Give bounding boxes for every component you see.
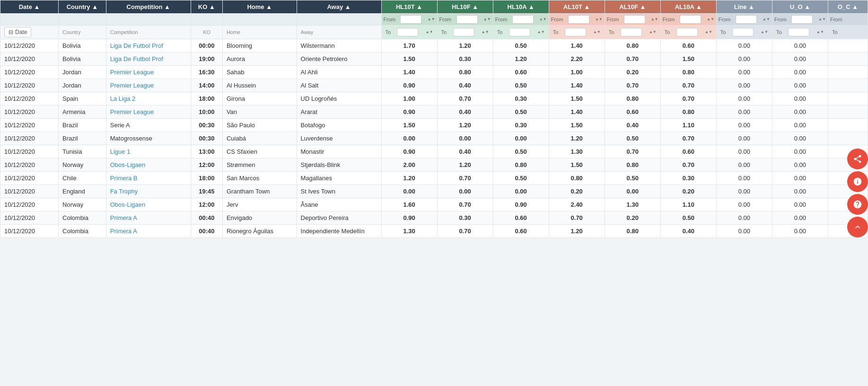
cell-al10f: 0.20 <box>605 211 660 225</box>
cell-hl10f: 0.70 <box>437 225 493 238</box>
hl10a-from-spinner[interactable]: ▲▼ <box>539 18 547 21</box>
col-header-away[interactable]: Away ▲ <box>297 0 381 14</box>
cell-oc <box>828 53 868 66</box>
col-header-hl10a[interactable]: HL10A ▲ <box>493 0 549 14</box>
date-filter-button[interactable]: ⊟ Date <box>4 27 31 37</box>
hl10a-to-input[interactable] <box>509 28 530 36</box>
uo-to-input[interactable] <box>788 28 809 36</box>
competition-link[interactable]: Premier League <box>110 69 154 76</box>
cell-oc <box>828 79 868 92</box>
line-to-spinner[interactable]: ▲▼ <box>761 30 768 34</box>
col-header-competition[interactable]: Competition ▲ <box>106 0 191 14</box>
hl10f-to-spinner[interactable]: ▲▼ <box>482 30 489 34</box>
hl10f-from-input[interactable] <box>456 15 478 24</box>
cell-al10t: 1.30 <box>549 145 605 158</box>
cell-competition[interactable]: La Liga 2 <box>106 92 191 105</box>
al10f-from-spinner[interactable]: ▲▼ <box>651 18 658 21</box>
al10a-from-input[interactable] <box>680 15 701 24</box>
competition-link[interactable]: Primera A <box>110 228 137 235</box>
cell-competition[interactable]: Fa Trophy <box>106 185 191 198</box>
cell-away: Al Ahli <box>297 66 381 79</box>
cell-competition[interactable]: Obos-Ligaen <box>106 198 191 211</box>
col-header-uo[interactable]: U_O ▲ <box>772 0 828 14</box>
hl10t-to-input[interactable] <box>397 28 418 36</box>
hl10a-from-input[interactable] <box>512 15 534 24</box>
cell-competition[interactable]: Obos-Ligaen <box>106 158 191 172</box>
hl10f-from-spinner[interactable]: ▲▼ <box>483 18 491 21</box>
competition-link[interactable]: Primera A <box>110 214 137 221</box>
line-to-input[interactable] <box>732 28 754 36</box>
cell-away: Monastir <box>297 145 381 158</box>
competition-link[interactable]: Fa Trophy <box>110 188 138 195</box>
al10t-from-spinner[interactable]: ▲▼ <box>595 18 603 21</box>
hl10a-to-spinner[interactable]: ▲▼ <box>537 30 545 34</box>
competition-link[interactable]: Liga De Futbol Prof <box>110 55 163 62</box>
cell-competition[interactable]: Premier League <box>106 79 191 92</box>
col-header-country[interactable]: Country ▲ <box>59 0 106 14</box>
table-row: 10/12/2020 Spain La Liga 2 18:00 Girona … <box>0 92 868 105</box>
uo-to-spinner[interactable]: ▲▼ <box>816 30 824 34</box>
uo-from-spinner[interactable]: ▲▼ <box>818 18 826 21</box>
uo-from-input[interactable] <box>791 15 813 24</box>
al10a-from-spinner[interactable]: ▲▼ <box>707 18 714 21</box>
col-header-al10f[interactable]: AL10F ▲ <box>605 0 660 14</box>
al10a-to-input[interactable] <box>676 28 698 36</box>
cell-competition[interactable]: Liga De Futbol Prof <box>106 39 191 53</box>
col-header-oc[interactable]: O_C ▲ <box>828 0 868 14</box>
cell-competition[interactable]: Premier League <box>106 66 191 79</box>
al10a-to-spinner[interactable]: ▲▼ <box>705 30 712 34</box>
cell-ko: 10:00 <box>191 105 222 119</box>
al10t-from-input[interactable] <box>568 15 589 24</box>
competition-link[interactable]: Ligue 1 <box>110 148 131 155</box>
competition-link[interactable]: La Liga 2 <box>110 95 136 102</box>
al10f-from-input[interactable] <box>624 15 645 24</box>
col-header-al10a[interactable]: AL10A ▲ <box>660 0 716 14</box>
line-from-spinner[interactable]: ▲▼ <box>763 18 770 21</box>
al10t-to-input[interactable] <box>565 28 586 36</box>
cell-competition[interactable]: Primera A <box>106 211 191 225</box>
line-from-input[interactable] <box>736 15 757 24</box>
cell-hl10t: 0.90 <box>381 79 437 92</box>
col-header-date[interactable]: Date ▲ <box>0 0 59 14</box>
hl10f-to-input[interactable] <box>453 28 474 36</box>
hl10t-from-input[interactable] <box>400 15 421 24</box>
col-header-home[interactable]: Home ▲ <box>222 0 297 14</box>
col-header-hl10f[interactable]: HL10F ▲ <box>437 0 493 14</box>
cell-competition[interactable]: Ligue 1 <box>106 145 191 158</box>
al10f-to-input[interactable] <box>621 28 642 36</box>
col-header-hl10t[interactable]: HL10T ▲ <box>381 0 437 14</box>
info-button[interactable] <box>847 171 868 192</box>
cell-country: Jordan <box>59 66 106 79</box>
al10t-to-spinner[interactable]: ▲▼ <box>593 30 601 34</box>
col-header-ko[interactable]: KO ▲ <box>191 0 222 14</box>
cell-competition[interactable]: Primera B <box>106 172 191 185</box>
cell-away: Oriente Petrolero <box>297 53 381 66</box>
col-header-al10t[interactable]: AL10T ▲ <box>549 0 605 14</box>
sort-arrow-line: ▲ <box>748 3 754 10</box>
col-header-line[interactable]: Line ▲ <box>716 0 772 14</box>
competition-link[interactable]: Premier League <box>110 108 154 115</box>
al10t-from-cell: From ▲▼ <box>549 14 605 26</box>
cell-hl10a: 0.50 <box>493 145 549 158</box>
cell-al10f: 0.70 <box>605 79 660 92</box>
cell-hl10a: 0.60 <box>493 225 549 238</box>
cell-competition[interactable]: Liga De Futbol Prof <box>106 53 191 66</box>
hl10t-to-spinner[interactable]: ▲▼ <box>426 30 433 34</box>
cell-ko: 12:00 <box>191 198 222 211</box>
cell-competition[interactable]: Premier League <box>106 105 191 119</box>
help-button[interactable] <box>847 194 868 215</box>
cell-competition[interactable]: Primera A <box>106 225 191 238</box>
competition-link[interactable]: Primera B <box>110 175 138 182</box>
cell-al10f: 0.60 <box>605 105 660 119</box>
cell-hl10a: 0.30 <box>493 119 549 132</box>
scroll-up-button[interactable] <box>847 217 868 237</box>
uo-to-cell: To ▲▼ <box>772 26 828 39</box>
share-button[interactable] <box>847 149 868 169</box>
hl10t-from-spinner[interactable]: ▲▼ <box>428 18 435 21</box>
competition-link[interactable]: Premier League <box>110 82 154 89</box>
cell-hl10a: 0.50 <box>493 79 549 92</box>
competition-link[interactable]: Liga De Futbol Prof <box>110 42 163 49</box>
al10f-to-spinner[interactable]: ▲▼ <box>649 30 657 34</box>
competition-link[interactable]: Obos-Ligaen <box>110 201 145 208</box>
competition-link[interactable]: Obos-Ligaen <box>110 161 145 168</box>
